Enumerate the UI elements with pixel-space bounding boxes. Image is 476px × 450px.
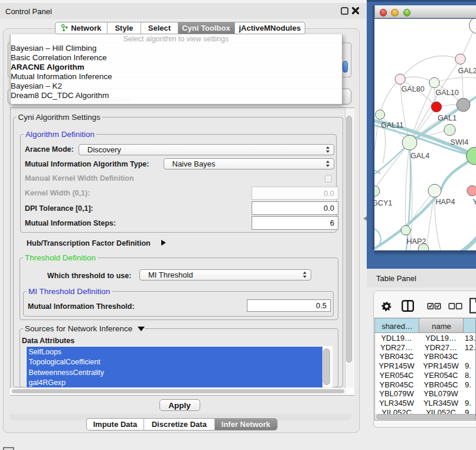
svg-text:GAL11: GAL11 — [381, 121, 403, 129]
svg-text:GCY1: GCY1 — [374, 199, 392, 207]
svg-text:GAL80: GAL80 — [401, 85, 424, 93]
svg-text:GAL2: GAL2 — [458, 67, 476, 75]
svg-text:Y: Y — [472, 198, 476, 206]
svg-text:HAP2: HAP2 — [406, 237, 426, 246]
svg-text:GAL1: GAL1 — [438, 113, 457, 122]
svg-text:GAL4: GAL4 — [410, 152, 429, 160]
svg-text:GAL10: GAL10 — [435, 89, 458, 97]
svg-text:SWI4: SWI4 — [450, 138, 468, 146]
svg-text:HAP4: HAP4 — [435, 198, 455, 206]
